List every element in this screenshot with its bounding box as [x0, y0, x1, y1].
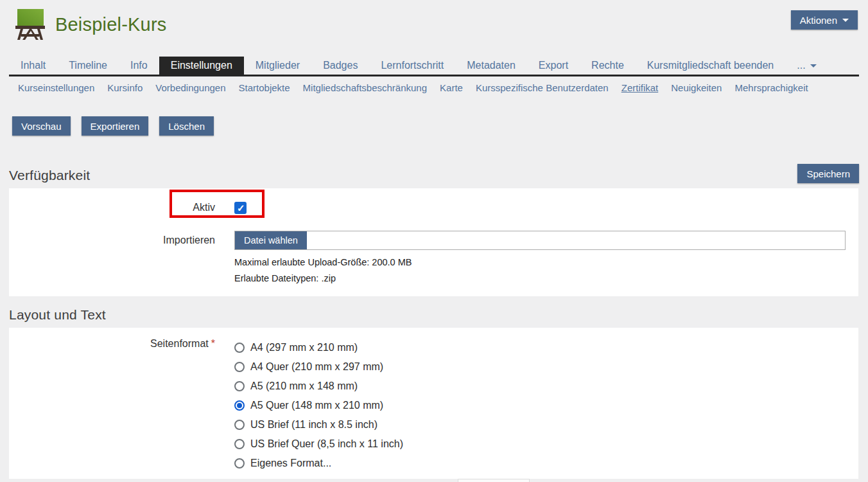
radio-icon[interactable]	[234, 343, 245, 353]
preview-button[interactable]: Vorschau	[12, 116, 71, 136]
radio-icon[interactable]	[234, 381, 245, 391]
radio-icon[interactable]	[234, 439, 245, 449]
subtab-startobjekte[interactable]: Startobjekte	[232, 82, 297, 93]
availability-section-header: Verfügbarkeit Speichern	[9, 164, 859, 183]
subtab-mehrsprachigkeit[interactable]: Mehrsprachigkeit	[728, 82, 814, 93]
save-button[interactable]: Speichern	[797, 164, 859, 183]
file-upload-input[interactable]: Datei wählen	[234, 231, 846, 250]
radio-option-a4-quer[interactable]: A4 Quer (210 mm x 297 mm)	[234, 357, 530, 377]
availability-section-title: Verfügbarkeit	[9, 168, 90, 183]
choose-file-button[interactable]: Datei wählen	[235, 231, 307, 249]
main-tabbar: Inhalt Timeline Info Einstellungen Mitgl…	[9, 57, 859, 76]
actions-button[interactable]: Aktionen	[791, 10, 858, 30]
radio-option-a5-quer[interactable]: A5 Quer (148 mm x 210 mm)	[234, 396, 530, 415]
subtab-vorbedingungen[interactable]: Vorbedingungen	[149, 82, 232, 93]
tab-lernfortschritt[interactable]: Lernfortschritt	[369, 57, 455, 75]
required-marker: *	[211, 338, 215, 349]
app-header: Beispiel-Kurs Aktionen	[0, 0, 868, 57]
actions-button-label: Aktionen	[800, 15, 837, 26]
tab-inhalt[interactable]: Inhalt	[9, 57, 57, 75]
import-label: Importieren	[9, 235, 215, 246]
course-easel-icon	[14, 8, 46, 41]
radio-option-us-brief-quer[interactable]: US Brief Quer (8,5 inch x 11 inch)	[234, 434, 530, 454]
page-title: Beispiel-Kurs	[55, 14, 166, 35]
chevron-down-icon	[810, 64, 817, 67]
settings-subtabbar: Kurseinstellungen Kursinfo Vorbedingunge…	[9, 76, 859, 98]
delete-button[interactable]: Löschen	[159, 116, 214, 136]
tab-info[interactable]: Info	[119, 57, 159, 75]
active-label: Aktiv	[9, 202, 215, 213]
layout-section-header: Layout und Text	[9, 307, 859, 323]
chevron-down-icon	[842, 19, 849, 22]
radio-option-us-brief[interactable]: US Brief (11 inch x 8.5 inch)	[234, 415, 530, 434]
subtab-zertifikat[interactable]: Zertifikat	[615, 82, 665, 93]
allowed-filetypes-text: Erlaubte Dateitypen: .zip	[234, 271, 858, 287]
max-upload-size-text: Maximal erlaubte Upload-Größe: 200.0 MB	[234, 254, 858, 271]
tab-kursmitgliedschaft-beenden[interactable]: Kursmitgliedschaft beenden	[636, 57, 785, 75]
page-format-label: Seitenformat*	[9, 338, 215, 350]
active-checkbox[interactable]	[234, 202, 247, 214]
tab-einstellungen[interactable]: Einstellungen	[159, 57, 244, 75]
subtab-kursinfo[interactable]: Kursinfo	[101, 82, 149, 93]
subtab-mitgliedschaftsbeschraenkung[interactable]: Mitgliedschaftsbeschränkung	[297, 82, 433, 93]
tab-mitglieder[interactable]: Mitglieder	[244, 57, 311, 75]
tab-more-menu[interactable]: ...	[785, 57, 828, 75]
tab-rechte[interactable]: Rechte	[580, 57, 636, 75]
subtab-neuigkeiten[interactable]: Neuigkeiten	[664, 82, 728, 93]
layout-panel: Seitenformat* A4 (297 mm x 210 mm) A4 Qu…	[9, 328, 858, 479]
radio-icon[interactable]	[234, 420, 245, 430]
radio-option-eigenes-format[interactable]: Eigenes Format...	[234, 454, 530, 473]
subtab-kurseinstellungen[interactable]: Kurseinstellungen	[12, 82, 101, 93]
radio-icon[interactable]	[234, 362, 245, 372]
tab-timeline[interactable]: Timeline	[57, 57, 119, 75]
subtab-karte[interactable]: Karte	[433, 82, 469, 93]
radio-icon[interactable]	[234, 400, 245, 411]
tab-badges[interactable]: Badges	[311, 57, 369, 75]
layout-section-title: Layout und Text	[9, 307, 106, 323]
certificate-toolbar: Vorschau Exportieren Löschen	[12, 116, 859, 136]
radio-icon[interactable]	[234, 458, 245, 469]
export-button[interactable]: Exportieren	[82, 116, 149, 136]
radio-option-a5[interactable]: A5 (210 mm x 148 mm)	[234, 377, 530, 396]
tab-export[interactable]: Export	[527, 57, 580, 75]
page-format-radio-group: A4 (297 mm x 210 mm) A4 Quer (210 mm x 2…	[234, 338, 530, 473]
cutoff-element	[458, 479, 530, 482]
radio-option-a4[interactable]: A4 (297 mm x 210 mm)	[234, 338, 530, 357]
subtab-kursspezifische-benutzerdaten[interactable]: Kursspezifische Benutzerdaten	[469, 82, 615, 93]
availability-panel: Aktiv Importieren Datei wählen Maximal e…	[9, 188, 858, 296]
tab-metadaten[interactable]: Metadaten	[455, 57, 527, 75]
